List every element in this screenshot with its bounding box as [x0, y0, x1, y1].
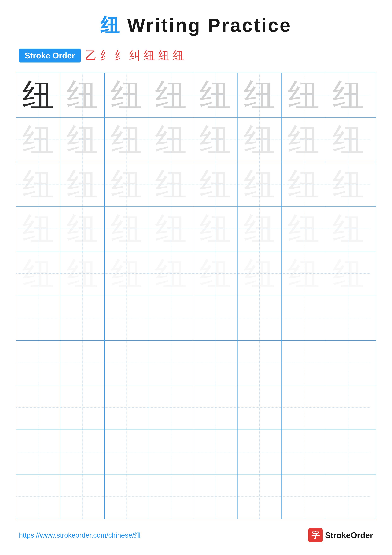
grid-cell: 纽: [193, 251, 237, 296]
grid-cell[interactable]: [282, 296, 326, 340]
grid-cell[interactable]: [282, 430, 326, 474]
grid-cell[interactable]: [60, 296, 105, 340]
grid-cell[interactable]: [105, 296, 149, 340]
grid-cell: 纽: [237, 117, 282, 162]
grid-cell: 纽: [60, 162, 105, 206]
grid-row-3: 纽 纽 纽 纽 纽 纽 纽 纽: [16, 162, 376, 207]
stroke-2: 纟: [100, 48, 111, 63]
title-char: 纽: [100, 15, 121, 36]
grid-cell[interactable]: [237, 475, 282, 519]
grid-cell[interactable]: [149, 341, 193, 385]
grid-cell[interactable]: [16, 296, 60, 340]
grid-cell[interactable]: [282, 475, 326, 519]
grid-cell[interactable]: [16, 341, 60, 385]
grid-cell[interactable]: [326, 430, 370, 474]
grid-cell[interactable]: [282, 341, 326, 385]
grid-cell[interactable]: [16, 430, 60, 474]
grid-cell: 纽: [149, 162, 193, 206]
grid-cell: 纽: [326, 73, 370, 117]
grid-cell[interactable]: [149, 296, 193, 340]
stroke-order-badge: Stroke Order: [19, 49, 81, 63]
grid-cell: 纽: [326, 117, 370, 162]
grid-cell: 纽: [149, 207, 193, 251]
practice-grid: 纽 纽 纽 纽 纽 纽 纽 纽 纽 纽 纽 纽 纽 纽 纽 纽 纽 纽 纽 纽 …: [16, 73, 376, 519]
grid-cell[interactable]: [16, 385, 60, 430]
grid-cell: 纽: [105, 207, 149, 251]
stroke-5: 纽: [143, 48, 155, 63]
grid-cell[interactable]: [60, 430, 105, 474]
grid-cell[interactable]: [326, 385, 370, 430]
grid-cell[interactable]: [326, 475, 370, 519]
grid-row-1: 纽 纽 纽 纽 纽 纽 纽 纽: [16, 73, 376, 117]
grid-cell[interactable]: [105, 385, 149, 430]
grid-cell[interactable]: [282, 385, 326, 430]
grid-cell[interactable]: [326, 296, 370, 340]
grid-cell: 纽: [282, 162, 326, 206]
grid-cell: 纽: [149, 117, 193, 162]
grid-cell: 纽: [16, 162, 60, 206]
grid-cell: 纽: [326, 162, 370, 206]
grid-cell: 纽: [193, 162, 237, 206]
grid-cell: 纽: [237, 251, 282, 296]
stroke-6: 纽: [158, 48, 170, 63]
grid-cell: 纽: [149, 73, 193, 117]
grid-cell[interactable]: [237, 296, 282, 340]
grid-cell: 纽: [105, 73, 149, 117]
grid-cell[interactable]: [60, 341, 105, 385]
grid-cell: 纽: [237, 162, 282, 206]
grid-cell[interactable]: [60, 475, 105, 519]
title-english: Writing Practice: [121, 15, 292, 36]
grid-cell: 纽: [193, 207, 237, 251]
grid-cell: 纽: [193, 73, 237, 117]
footer-logo: 字 StrokeOrder: [308, 528, 373, 542]
grid-cell: 纽: [60, 207, 105, 251]
grid-cell: 纽: [237, 207, 282, 251]
grid-cell[interactable]: [60, 385, 105, 430]
grid-cell[interactable]: [149, 385, 193, 430]
grid-cell[interactable]: [149, 430, 193, 474]
grid-cell[interactable]: [326, 341, 370, 385]
grid-cell[interactable]: [237, 430, 282, 474]
stroke-4: 纠: [129, 48, 140, 63]
stroke-sequence: 乙 纟 纟 纠 纽 纽 纽: [86, 48, 184, 63]
grid-row-8: [16, 385, 376, 430]
grid-row-7: [16, 341, 376, 385]
grid-cell[interactable]: [193, 296, 237, 340]
grid-cell[interactable]: [237, 341, 282, 385]
grid-cell[interactable]: [105, 430, 149, 474]
footer-url[interactable]: https://www.strokeorder.com/chinese/纽: [19, 531, 141, 540]
stroke-1: 乙: [86, 48, 97, 63]
grid-cell[interactable]: [105, 475, 149, 519]
grid-cell: 纽: [326, 251, 370, 296]
grid-cell: 纽: [16, 73, 60, 117]
grid-cell[interactable]: [149, 475, 193, 519]
grid-cell[interactable]: [193, 385, 237, 430]
grid-cell: 纽: [193, 117, 237, 162]
grid-row-6: [16, 296, 376, 341]
grid-cell[interactable]: [193, 430, 237, 474]
grid-cell[interactable]: [193, 475, 237, 519]
grid-cell: 纽: [16, 117, 60, 162]
footer: https://www.strokeorder.com/chinese/纽 字 …: [0, 528, 392, 542]
grid-row-10: [16, 475, 376, 519]
grid-cell: 纽: [60, 73, 105, 117]
grid-cell[interactable]: [193, 341, 237, 385]
grid-row-9: [16, 430, 376, 475]
grid-cell: 纽: [105, 251, 149, 296]
grid-cell[interactable]: [105, 341, 149, 385]
grid-cell: 纽: [60, 117, 105, 162]
grid-cell: 纽: [237, 73, 282, 117]
stroke-7: 纽: [173, 48, 184, 63]
grid-row-2: 纽 纽 纽 纽 纽 纽 纽 纽: [16, 117, 376, 162]
grid-cell[interactable]: [237, 385, 282, 430]
grid-cell: 纽: [282, 251, 326, 296]
grid-row-5: 纽 纽 纽 纽 纽 纽 纽 纽: [16, 251, 376, 296]
grid-cell: 纽: [282, 207, 326, 251]
grid-row-4: 纽 纽 纽 纽 纽 纽 纽 纽: [16, 207, 376, 251]
grid-cell: 纽: [282, 117, 326, 162]
grid-cell[interactable]: [16, 475, 60, 519]
grid-cell: 纽: [60, 251, 105, 296]
page-title: 纽 Writing Practice: [0, 0, 392, 38]
grid-cell: 纽: [105, 162, 149, 206]
stroke-3: 纟: [114, 48, 126, 63]
